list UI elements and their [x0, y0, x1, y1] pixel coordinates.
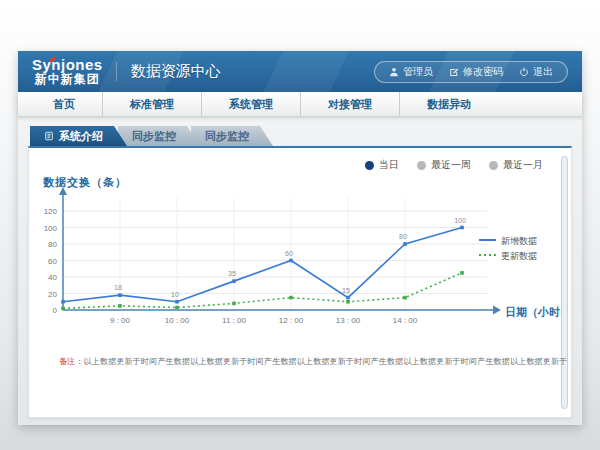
user-toolbar: 管理员 修改密码 退出 [374, 61, 568, 83]
legend-label-1: 更新数据 [501, 251, 537, 261]
nav-item-standard-mgmt[interactable]: 标准管理 [102, 92, 201, 116]
svg-text:9 : 00: 9 : 00 [110, 316, 131, 325]
svg-text:40: 40 [48, 273, 57, 282]
radio-last-week[interactable]: 最近一周 [417, 158, 471, 172]
document-icon [44, 131, 54, 141]
radio-today[interactable]: 当日 [365, 158, 399, 172]
radio-last-month-label: 最近一月 [503, 158, 543, 172]
person-icon [389, 67, 399, 77]
line-chart: 0204060801001209 : 0010 : 0011 : 0012 : … [39, 184, 569, 334]
radio-last-month[interactable]: 最近一月 [489, 158, 543, 172]
radio-dot-icon [365, 161, 374, 170]
change-password-button[interactable]: 修改密码 [441, 65, 511, 79]
svg-text:80: 80 [399, 233, 407, 240]
chart-panel: 当日 最近一周 最近一月 数据交换（条） 0204060801001209 : … [28, 146, 572, 418]
radio-dot-icon [417, 161, 426, 170]
svg-text:35: 35 [228, 270, 236, 277]
user-button-label: 管理员 [403, 65, 433, 79]
svg-text:20: 20 [48, 290, 57, 299]
company-logo: Synjones 新中新集团 [32, 57, 103, 85]
note-label: 备注： [59, 357, 84, 366]
nav-item-home[interactable]: 首页 [26, 92, 102, 116]
main-nav: 首页 标准管理 系统管理 对接管理 数据异动 [18, 92, 582, 117]
footer-note: 备注：以上数据更新于时间产生数据以上数据更新于时间产生数据以上数据更新于时间产生… [59, 356, 567, 367]
svg-text:120: 120 [44, 207, 58, 216]
tab-sync-monitor-1[interactable]: 同步监控 [118, 126, 200, 146]
edit-icon [449, 67, 459, 77]
radio-last-week-label: 最近一周 [431, 158, 471, 172]
nav-item-interface-mgmt[interactable]: 对接管理 [300, 92, 399, 116]
nav-item-data-change[interactable]: 数据异动 [399, 92, 498, 116]
svg-text:60: 60 [48, 257, 57, 266]
chart-container: 0204060801001209 : 0010 : 0011 : 0012 : … [39, 184, 569, 334]
power-icon [519, 67, 529, 77]
user-button[interactable]: 管理员 [381, 65, 441, 79]
radio-today-label: 当日 [379, 158, 399, 172]
nav-item-system-mgmt[interactable]: 系统管理 [201, 92, 300, 116]
tab-sync-monitor-2[interactable]: 同步监控 [191, 126, 273, 146]
content-area: 系统介绍 同步监控 同步监控 当日 最近一周 [18, 117, 582, 425]
svg-text:13 : 00: 13 : 00 [336, 316, 361, 325]
change-password-label: 修改密码 [463, 65, 503, 79]
svg-text:日期（小时）: 日期（小时） [505, 306, 569, 319]
logo-subtext: 新中新集团 [32, 73, 103, 86]
svg-text:18: 18 [114, 284, 122, 291]
svg-text:10 : 00: 10 : 00 [165, 316, 190, 325]
app-header: Synjones 新中新集团 数据资源中心 管理员 修改密码 退出 [18, 51, 582, 92]
vertical-scrollbar[interactable] [561, 156, 568, 409]
svg-text:100: 100 [44, 224, 58, 233]
svg-text:15: 15 [342, 287, 350, 294]
svg-text:80: 80 [48, 240, 57, 249]
legend-label-0: 新增数据 [501, 236, 537, 246]
tab-system-intro[interactable]: 系统介绍 [30, 126, 127, 146]
svg-text:10: 10 [171, 291, 179, 298]
time-range-filter: 当日 最近一周 最近一月 [365, 158, 543, 172]
page-title: 数据资源中心 [116, 62, 221, 81]
svg-text:14 : 00: 14 : 00 [393, 316, 418, 325]
svg-text:12 : 00: 12 : 00 [279, 316, 304, 325]
radio-dot-icon [489, 161, 498, 170]
app-window: Synjones 新中新集团 数据资源中心 管理员 修改密码 退出 [18, 51, 582, 425]
page-background: Synjones 新中新集团 数据资源中心 管理员 修改密码 退出 [0, 0, 600, 450]
svg-text:100: 100 [454, 217, 466, 224]
tab-label: 系统介绍 [59, 126, 103, 146]
svg-text:60: 60 [285, 250, 293, 257]
logout-button[interactable]: 退出 [511, 65, 561, 79]
svg-text:0: 0 [53, 306, 58, 315]
tab-bar: 系统介绍 同步监控 同步监控 [30, 126, 273, 146]
svg-text:11 : 00: 11 : 00 [222, 316, 246, 325]
note-text: 以上数据更新于时间产生数据以上数据更新于时间产生数据以上数据更新于时间产生数据以… [84, 357, 568, 366]
logo-text: Synjones [32, 57, 103, 73]
logout-label: 退出 [533, 65, 553, 79]
